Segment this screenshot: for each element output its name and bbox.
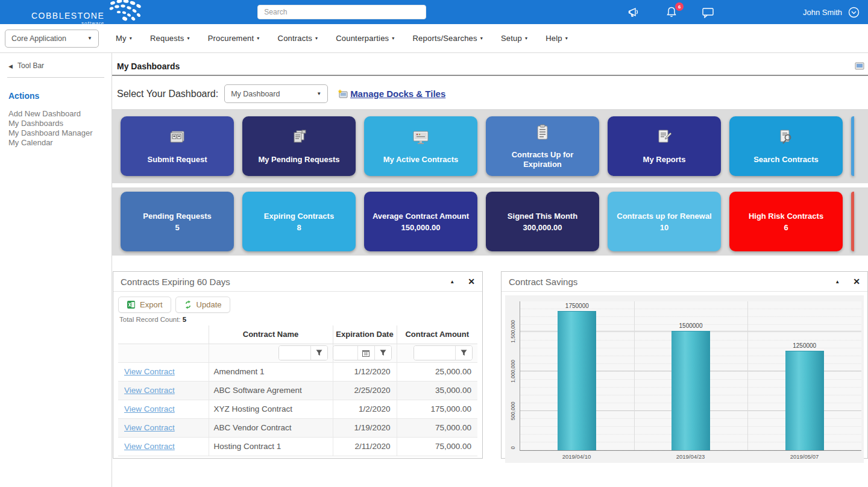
dashboard-selector-row: Select Your Dashboard: My Dashboard ▼ Ma… xyxy=(112,76,868,109)
bar[interactable] xyxy=(671,331,710,450)
nav-counterparties[interactable]: Counterparties▾ xyxy=(336,34,394,43)
plot-area: 1750000 1500000 1250000 xyxy=(520,301,861,451)
tile-band-1: Submit Request My Pending Requests xyxy=(112,109,868,183)
brand-name: COBBLESTONE xyxy=(31,11,104,20)
contract-name-cell: XYZ Hosting Contract xyxy=(209,400,333,418)
tile-average-contract-amount[interactable]: Average Contract Amount 150,000.00 xyxy=(364,192,477,251)
close-panel-button[interactable]: ✕ xyxy=(853,277,860,286)
funnel-icon xyxy=(380,350,386,356)
menu-bar: Core Application ▼ My▾ Requests▾ Procure… xyxy=(0,24,868,53)
bar[interactable] xyxy=(785,351,824,450)
main-content: My Dashboards Select Your Dashboard: My … xyxy=(112,53,868,487)
sidebar-item-my-dashboards[interactable]: My Dashboards xyxy=(8,119,103,128)
chevron-down-icon: ▾ xyxy=(525,36,527,41)
expiration-date-column-header[interactable]: Expiration Date xyxy=(333,325,397,344)
tile-high-risk-contracts[interactable]: High Risk Contracts 6 xyxy=(729,192,843,251)
expiration-date-filter-button[interactable] xyxy=(374,345,391,360)
chevron-down-icon: ▾ xyxy=(315,36,318,41)
tile-partial-next[interactable] xyxy=(851,192,854,251)
panel-title: Contract Savings xyxy=(509,277,577,287)
calendar-icon xyxy=(362,350,370,357)
contract-savings-panel: Contract Savings ▲ ✕ 1,500,000 1,000,000… xyxy=(501,271,868,459)
nav-procurement[interactable]: Procurement▾ xyxy=(208,34,260,43)
nav-help[interactable]: Help▾ xyxy=(546,34,568,43)
contract-amount-cell: 25,000.00 xyxy=(397,362,477,381)
toolbar-collapse-button[interactable]: ◀ Tool Bar xyxy=(8,61,103,70)
nav-my[interactable]: My▾ xyxy=(116,34,132,43)
export-button[interactable]: Export xyxy=(118,297,171,313)
tile-signed-this-month[interactable]: Signed This Month 300,000.00 xyxy=(486,192,599,251)
sidebar-item-my-dashboard-manager[interactable]: My Dashboard Manager xyxy=(8,128,103,138)
nav-contracts[interactable]: Contracts▾ xyxy=(278,34,318,43)
contract-amount-filter-input[interactable] xyxy=(414,346,455,360)
bar-group: 1250000 xyxy=(747,301,861,450)
dashboard-select-value: My Dashboard xyxy=(231,90,280,98)
collapse-panel-button[interactable]: ▲ xyxy=(835,279,840,284)
contract-amount-cell: 75,000.00 xyxy=(397,437,477,456)
tile-search-contracts[interactable]: Search Contracts xyxy=(729,116,843,176)
top-bar: COBBLESTONE software xyxy=(0,0,868,24)
contract-name-column-header[interactable]: Contract Name xyxy=(209,325,333,344)
pending-requests-icon xyxy=(291,130,307,145)
view-contract-link[interactable]: View Contract xyxy=(124,404,175,413)
table-row: View Contract Amendment 1 1/12/2020 25,0… xyxy=(118,362,477,381)
cobblestone-logo[interactable]: COBBLESTONE software xyxy=(31,0,154,26)
clipboard-icon xyxy=(535,124,550,140)
dashboard-window-icon[interactable] xyxy=(855,62,864,71)
nav-requests[interactable]: Requests▾ xyxy=(150,34,190,43)
chevron-down-icon: ▾ xyxy=(480,36,483,41)
view-contract-link[interactable]: View Contract xyxy=(124,442,175,451)
account-menu[interactable]: John Smith xyxy=(803,7,860,18)
search-input[interactable] xyxy=(257,5,426,19)
messages-button[interactable] xyxy=(702,7,715,18)
tile-pending-requests-count[interactable]: Pending Requests 5 xyxy=(121,192,234,251)
collapse-panel-button[interactable]: ▲ xyxy=(450,279,454,284)
table-header-row: Contract Name Expiration Date Contract A… xyxy=(118,325,477,344)
view-contract-link[interactable]: View Contract xyxy=(124,386,175,395)
contract-amount-filter-button[interactable] xyxy=(455,345,472,360)
tile-value: 6 xyxy=(784,223,788,232)
contract-amount-column-header[interactable]: Contract Amount xyxy=(397,325,477,344)
expiration-date-filter-input[interactable] xyxy=(333,346,357,360)
chevron-down-icon: ▼ xyxy=(87,36,92,41)
expiration-date-cell: 2/25/2020 xyxy=(333,381,397,400)
collapse-left-icon: ◀ xyxy=(8,63,13,69)
tile-expiring-contracts-count[interactable]: Expiring Contracts 8 xyxy=(242,192,356,251)
tile-my-pending-requests[interactable]: My Pending Requests xyxy=(242,116,356,176)
nav-setup[interactable]: Setup▾ xyxy=(501,34,527,43)
contract-name-filter-button[interactable] xyxy=(310,345,327,360)
tile-value: 5 xyxy=(175,223,179,232)
chevron-down-icon: ▼ xyxy=(316,91,321,96)
nav-reports-searches[interactable]: Reports/Searches▾ xyxy=(413,34,483,43)
notifications-button[interactable]: 6 xyxy=(665,6,678,18)
expiration-date-cell: 1/12/2020 xyxy=(333,362,397,381)
contract-name-cell: ABC Software Agrement xyxy=(209,381,333,400)
expiration-date-calendar-button[interactable] xyxy=(357,345,374,360)
tile-contracts-up-for-renewal[interactable]: Contracts up for Renewal 10 xyxy=(608,192,721,251)
dashboard-select[interactable]: My Dashboard ▼ xyxy=(224,84,328,103)
expiration-date-cell: 1/2/2020 xyxy=(333,400,397,418)
bar-value-label: 1750000 xyxy=(565,303,589,309)
contract-name-filter-input[interactable] xyxy=(279,346,310,360)
announcements-button[interactable] xyxy=(628,7,641,17)
application-selector[interactable]: Core Application ▼ xyxy=(5,30,99,48)
view-contract-link[interactable]: View Contract xyxy=(124,367,175,376)
tile-my-active-contracts[interactable]: My Active Contracts xyxy=(364,116,477,176)
tile-partial-next[interactable] xyxy=(851,116,854,176)
tile-contracts-up-for-expiration[interactable]: Contracts Up for Expiration xyxy=(486,116,599,176)
close-panel-button[interactable]: ✕ xyxy=(468,277,475,286)
chat-bubble-icon xyxy=(702,7,715,18)
contract-savings-chart: 1,500,000 1,000,000 500,000 0 xyxy=(505,295,864,463)
dashboard-selector-label: Select Your Dashboard: xyxy=(117,89,218,99)
chevron-down-icon: ▾ xyxy=(257,36,259,41)
chevron-down-icon: ▾ xyxy=(565,36,568,41)
view-contract-link[interactable]: View Contract xyxy=(124,423,175,432)
manage-docks-tiles-link[interactable]: Manage Docks & Tiles xyxy=(338,89,445,99)
bar[interactable] xyxy=(558,311,596,450)
update-button[interactable]: Update xyxy=(175,297,230,313)
actions-heading: Actions xyxy=(8,91,103,101)
tile-my-reports[interactable]: My Reports xyxy=(608,116,721,176)
sidebar-item-my-calendar[interactable]: My Calendar xyxy=(8,138,103,148)
tile-submit-request[interactable]: Submit Request xyxy=(121,116,234,176)
sidebar-item-add-new-dashboard[interactable]: Add New Dashboard xyxy=(8,109,103,119)
